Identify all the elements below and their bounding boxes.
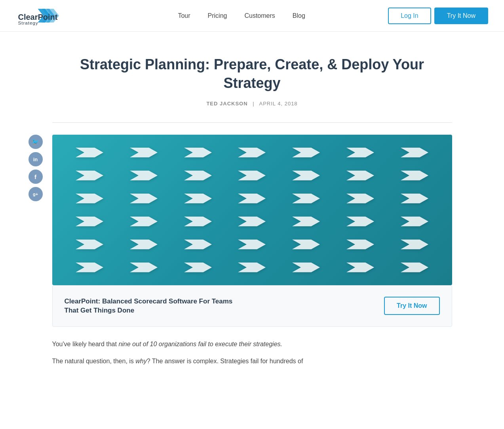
article-header: Strategic Planning: Prepare, Create, & D… — [52, 55, 452, 107]
login-button[interactable]: Log In — [388, 8, 431, 24]
svg-marker-15 — [401, 170, 428, 180]
hero-image-container — [52, 135, 452, 285]
arrow-35 — [389, 235, 440, 254]
article-title: Strategic Planning: Prepare, Create, & D… — [52, 55, 452, 93]
svg-marker-5 — [238, 147, 266, 157]
svg-marker-28 — [346, 216, 374, 226]
body-text-second-start: The natural question, then, is — [52, 358, 136, 364]
nav-pricing[interactable]: Pricing — [199, 8, 236, 23]
arrow-19 — [281, 189, 332, 208]
svg-marker-34 — [292, 239, 320, 249]
arrow-38 — [172, 257, 223, 277]
svg-marker-16 — [76, 193, 103, 203]
try-now-button-cta[interactable]: Try It Now — [384, 297, 439, 315]
arrow-14 — [389, 166, 440, 185]
arrow-grid — [52, 135, 452, 285]
arrow-17 — [172, 189, 223, 208]
cta-banner-text: ClearPoint: Balanced Scorecard Software … — [65, 297, 233, 316]
arrow-41 — [335, 257, 386, 277]
article-date: APRIL 4, 2018 — [259, 101, 298, 107]
svg-text:ClearPoint: ClearPoint — [18, 12, 57, 21]
arrow-27 — [335, 212, 386, 231]
svg-marker-20 — [292, 193, 320, 203]
arrow-22 — [64, 212, 115, 231]
nav-customers[interactable]: Customers — [236, 8, 283, 23]
arrow-21 — [389, 189, 440, 208]
svg-marker-11 — [184, 170, 212, 180]
body-text-italic: nine out of 10 organizations fail to exe… — [118, 341, 282, 347]
svg-marker-9 — [76, 170, 103, 180]
svg-marker-25 — [184, 216, 212, 226]
arrow-12 — [281, 166, 332, 185]
svg-text:Strategy: Strategy — [18, 20, 38, 26]
svg-marker-14 — [346, 170, 374, 180]
svg-marker-38 — [130, 262, 158, 272]
svg-marker-21 — [346, 193, 374, 203]
try-now-button-header[interactable]: Try It Now — [434, 8, 488, 24]
arrow-37 — [118, 257, 169, 277]
svg-marker-29 — [401, 216, 428, 226]
arrow-26 — [281, 212, 332, 231]
nav-actions: Log In Try It Now — [380, 8, 488, 24]
arrow-20 — [335, 189, 386, 208]
arrow-16 — [118, 189, 169, 208]
svg-marker-39 — [184, 262, 212, 272]
svg-marker-43 — [401, 262, 428, 272]
article-content-wrapper: 🐦 in f g+ Strategic Planning: Prepare, C… — [52, 55, 452, 367]
article-author: TED JACKSON — [206, 101, 247, 107]
main-nav: Tour Pricing Customers Blog — [169, 8, 314, 23]
arrow-25 — [226, 212, 278, 231]
svg-marker-32 — [184, 239, 212, 249]
linkedin-share-button[interactable]: in — [29, 152, 43, 166]
svg-marker-10 — [130, 170, 158, 180]
facebook-share-button[interactable]: f — [29, 170, 43, 184]
twitter-share-button[interactable]: 🐦 — [29, 135, 43, 149]
arrow-7 — [389, 143, 440, 162]
article-meta: TED JACKSON | APRIL 4, 2018 — [52, 101, 452, 107]
svg-marker-27 — [292, 216, 320, 226]
cta-banner: ClearPoint: Balanced Scorecard Software … — [52, 285, 452, 327]
article-paragraph-1: You've likely heard that nine out of 10 … — [52, 339, 452, 349]
logo[interactable]: ClearPoint Strategy — [16, 6, 103, 26]
svg-marker-23 — [76, 216, 103, 226]
arrow-24 — [172, 212, 223, 231]
svg-marker-30 — [76, 239, 103, 249]
arrow-9 — [118, 166, 169, 185]
body-text-second-end: ? The answer is complex. Strategies fail… — [147, 358, 303, 364]
svg-marker-4 — [184, 147, 212, 157]
svg-marker-40 — [238, 262, 266, 272]
svg-marker-17 — [130, 193, 158, 203]
svg-marker-37 — [76, 262, 103, 272]
svg-marker-18 — [184, 193, 212, 203]
svg-marker-7 — [346, 147, 374, 157]
meta-separator: | — [253, 101, 254, 107]
arrow-2 — [118, 143, 169, 162]
body-text-second-italic: why — [135, 358, 146, 364]
nav-blog[interactable]: Blog — [284, 8, 314, 23]
svg-marker-31 — [130, 239, 158, 249]
social-sidebar: 🐦 in f g+ — [29, 135, 43, 201]
main-content: 🐦 in f g+ Strategic Planning: Prepare, C… — [44, 32, 460, 389]
nav-tour[interactable]: Tour — [169, 8, 199, 23]
svg-marker-41 — [292, 262, 320, 272]
arrow-32 — [226, 235, 278, 254]
arrow-4 — [226, 143, 278, 162]
linkedin-icon: in — [33, 156, 38, 162]
arrow-28 — [389, 212, 440, 231]
facebook-icon: f — [34, 174, 36, 180]
arrow-8 — [64, 166, 115, 185]
arrow-34 — [335, 235, 386, 254]
cta-text-line1: ClearPoint: Balanced Scorecard Software … — [65, 297, 233, 306]
hero-image — [52, 135, 452, 285]
arrow-5 — [281, 143, 332, 162]
arrow-11 — [226, 166, 278, 185]
arrow-1 — [64, 143, 115, 162]
cta-text-line2: That Get Things Done — [65, 306, 233, 315]
googleplus-share-button[interactable]: g+ — [29, 187, 43, 201]
svg-marker-22 — [401, 193, 428, 203]
arrow-23 — [118, 212, 169, 231]
twitter-icon: 🐦 — [32, 138, 39, 145]
arrow-30 — [118, 235, 169, 254]
arrow-39 — [226, 257, 278, 277]
svg-marker-36 — [401, 239, 428, 249]
